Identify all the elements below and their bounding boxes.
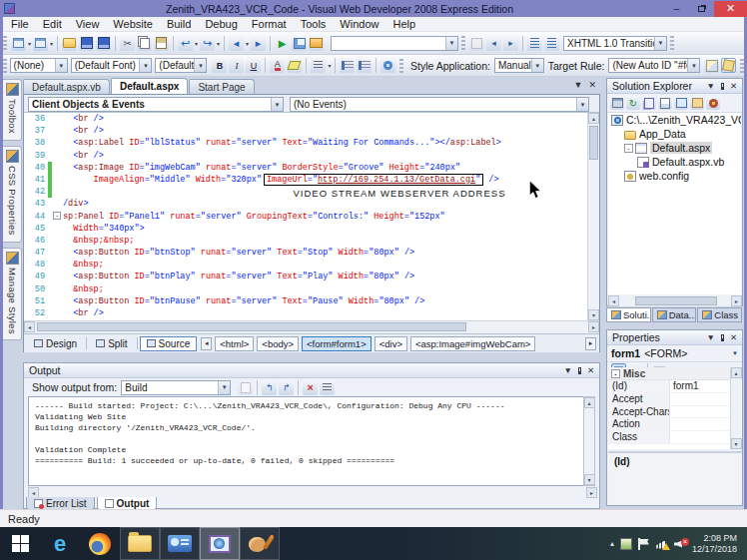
pin-icon[interactable] xyxy=(578,367,581,374)
restore-button[interactable] xyxy=(689,1,714,17)
cut-button[interactable] xyxy=(120,36,135,51)
paste-button[interactable] xyxy=(154,36,169,51)
tab-default-aspx-vb[interactable]: Default.aspx.vb xyxy=(23,79,110,94)
property-grid-scrollbar[interactable]: ▴ ▾ xyxy=(730,367,741,449)
action-center-flag-icon[interactable] xyxy=(638,538,650,550)
close-icon[interactable]: ✕ xyxy=(730,332,737,342)
chevron-down-icon[interactable]: ▾ xyxy=(50,40,53,47)
toggle-word-wrap-button[interactable] xyxy=(320,380,335,395)
toolbar-grip[interactable] xyxy=(399,59,403,73)
copy-button[interactable] xyxy=(137,36,152,51)
view-designer-button[interactable] xyxy=(674,96,688,110)
tree-item-default-aspx-vb[interactable]: Default.aspx.vb xyxy=(608,155,741,169)
tag-crumb[interactable]: <form#form1> xyxy=(302,336,372,351)
menu-edit[interactable]: Edit xyxy=(36,18,69,30)
tree-item-web-config[interactable]: web.config xyxy=(608,169,741,183)
object-selector-combo[interactable]: form1 <FORM> ▼ xyxy=(607,345,742,362)
font-combo[interactable]: (Default Font) ▼ xyxy=(71,58,153,73)
internet-explorer-taskbar-button[interactable]: e xyxy=(40,527,80,560)
firefox-taskbar-button[interactable] xyxy=(80,527,120,560)
code-editor[interactable]: 36 <br />37 <br />38 <asp:Label ID="lblS… xyxy=(24,113,599,320)
view-in-browser-button[interactable] xyxy=(292,36,307,51)
close-document-icon[interactable]: ✕ xyxy=(588,80,596,90)
tag-nav-right-icon[interactable]: ▸ xyxy=(585,337,596,350)
tree-item-app-data[interactable]: App_Data xyxy=(608,127,741,141)
property-row[interactable]: Class xyxy=(608,431,742,444)
tree-horizontal-scrollbar[interactable]: ◂ ▸ xyxy=(608,295,742,306)
property-row[interactable]: (Id)form1 xyxy=(608,380,742,393)
format-document-button[interactable] xyxy=(527,36,542,51)
properties-window-button[interactable] xyxy=(610,96,624,110)
pin-icon[interactable] xyxy=(721,83,724,90)
toolbar-grip[interactable] xyxy=(670,36,674,50)
open-file-button[interactable] xyxy=(62,36,77,51)
visual-web-developer-taskbar-button[interactable] xyxy=(200,527,240,560)
scroll-down-icon[interactable]: ▾ xyxy=(584,474,595,485)
menu-tools[interactable]: Tools xyxy=(294,18,334,30)
window-position-icon[interactable]: ▼ xyxy=(706,81,714,91)
bold-button[interactable] xyxy=(212,58,227,73)
tab-data[interactable]: Data... xyxy=(652,307,697,322)
format-selection-button[interactable] xyxy=(544,36,559,51)
scrollbar-thumb[interactable] xyxy=(589,126,598,160)
previous-message-button[interactable] xyxy=(262,380,277,395)
tag-nav-left-icon[interactable]: ◂ xyxy=(201,337,212,350)
menu-format[interactable]: Format xyxy=(245,18,294,30)
undo-button[interactable] xyxy=(178,36,193,51)
editor-vertical-scrollbar[interactable]: ▴ ▾ xyxy=(587,113,599,320)
refresh-button[interactable] xyxy=(626,96,640,110)
scroll-left-icon[interactable]: ◂ xyxy=(24,321,35,332)
tab-soluti[interactable]: Soluti... xyxy=(606,307,651,322)
toolbar-grip[interactable] xyxy=(3,59,7,73)
scroll-up-icon[interactable]: ▴ xyxy=(584,397,595,408)
doctype-combo[interactable]: XHTML 1.0 Transitiona ▼ xyxy=(563,36,667,51)
underline-button[interactable] xyxy=(246,58,261,73)
tray-app-icon[interactable] xyxy=(620,538,632,550)
style-application-combo[interactable]: Manual ▼ xyxy=(494,58,544,73)
side-tab-toolbox[interactable]: Toolbox xyxy=(3,79,22,141)
output-vertical-scrollbar[interactable]: ▴ ▾ xyxy=(583,396,595,486)
tag-crumb[interactable]: <body> xyxy=(257,336,299,351)
redo-button[interactable] xyxy=(200,36,215,51)
minimize-button[interactable]: – xyxy=(664,1,689,17)
window-position-icon[interactable]: ▼ xyxy=(706,332,714,342)
output-content[interactable]: ------ Build started: Project: C:\...\Ze… xyxy=(28,396,585,486)
close-icon[interactable]: ✕ xyxy=(730,81,737,91)
aspnet-configuration-button[interactable] xyxy=(706,96,720,110)
tab-default-aspx[interactable]: Default.aspx xyxy=(111,78,188,94)
chevron-down-icon[interactable]: ▾ xyxy=(246,40,249,47)
scroll-down-icon[interactable]: ▾ xyxy=(588,309,599,320)
taskbar-clock[interactable]: 2:08 PM 12/17/2018 xyxy=(692,533,741,555)
increase-indent-button[interactable] xyxy=(503,36,518,51)
view-design-button[interactable]: Design xyxy=(27,336,84,351)
decrease-indent-button[interactable] xyxy=(486,36,501,51)
open-folder-button[interactable] xyxy=(309,36,324,51)
save-button[interactable] xyxy=(79,36,94,51)
navigate-backward-button[interactable] xyxy=(229,36,244,51)
chevron-down-icon[interactable]: ▾ xyxy=(195,40,198,47)
validate-style-button[interactable] xyxy=(704,58,719,73)
tag-crumb[interactable]: <asp:Image#imgWebCam> xyxy=(410,336,535,351)
attach-stylesheet-button[interactable] xyxy=(721,58,736,73)
save-all-button[interactable] xyxy=(96,36,111,51)
editor-horizontal-scrollbar[interactable]: ◂ ▸ xyxy=(24,320,599,332)
collapse-icon[interactable]: - xyxy=(53,212,61,220)
comment-out-button[interactable] xyxy=(469,36,484,51)
active-files-dropdown-icon[interactable]: ▼ xyxy=(574,80,583,90)
menu-view[interactable]: View xyxy=(69,18,107,30)
tag-crumb[interactable]: <html> xyxy=(215,336,254,351)
start-taskbar-button[interactable] xyxy=(0,527,40,560)
copy-web-site-button[interactable] xyxy=(690,96,704,110)
foreground-color-button[interactable] xyxy=(270,58,285,73)
nest-related-files-button[interactable] xyxy=(642,96,656,110)
chevron-down-icon[interactable]: ▾ xyxy=(328,62,331,69)
control-panel-taskbar-button[interactable] xyxy=(160,527,200,560)
next-message-button[interactable] xyxy=(279,380,294,395)
view-source-button[interactable]: Source xyxy=(140,336,198,351)
clear-all-button[interactable] xyxy=(303,380,318,395)
scroll-up-icon[interactable]: ▴ xyxy=(731,367,742,378)
menu-debug[interactable]: Debug xyxy=(198,18,244,30)
font-size-combo[interactable]: (Default ▼ xyxy=(155,58,207,73)
scroll-left-icon[interactable]: ◂ xyxy=(608,295,619,306)
events-combo[interactable]: (No Events) ▼ xyxy=(290,97,589,112)
